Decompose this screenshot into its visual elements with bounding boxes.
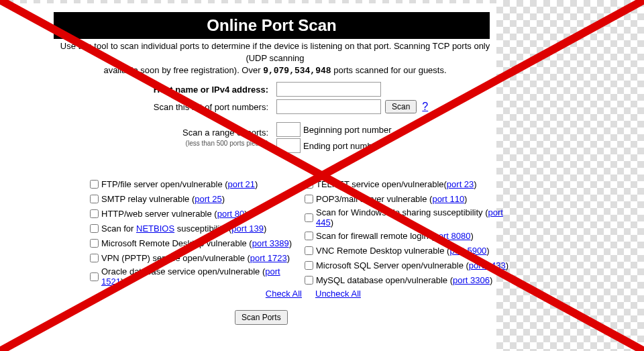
range-begin-label: Beginning port number (303, 125, 392, 135)
port-link[interactable]: port 3306 (453, 275, 490, 285)
range-end-label: Ending port number (303, 141, 380, 151)
port-check-item: Scan for Windows file sharing susceptibi… (302, 207, 517, 228)
port-link[interactable]: port 3389 (252, 238, 289, 248)
port-link[interactable]: NETBIOS (136, 223, 174, 234)
intro-text: Use this tool to scan individual ports t… (54, 40, 496, 78)
port-checkbox[interactable] (305, 276, 313, 285)
range-label: Scan a range of ports: (182, 128, 268, 138)
check-all-link[interactable]: Check All (266, 289, 302, 299)
port-checkbox[interactable] (305, 246, 313, 255)
port-check-item: SMTP relay vulnerable (port 25) (87, 193, 302, 205)
help-link[interactable]: ? (422, 101, 428, 113)
port-checkbox[interactable] (305, 195, 313, 203)
port-checkbox[interactable] (305, 180, 313, 189)
port-check-item: Oracle database service open/vulnerable … (87, 266, 302, 287)
port-link[interactable]: port 445 (316, 207, 503, 228)
port-check-item: Microsoft SQL Server open/vulnerable (po… (302, 259, 517, 272)
port-link[interactable]: port 1521 (101, 266, 280, 287)
range-begin-input[interactable] (276, 122, 301, 137)
port-link[interactable]: port 25 (195, 194, 221, 204)
page-title: Online Port Scan (54, 12, 490, 39)
port-checkbox[interactable] (90, 254, 99, 262)
portlist-label: Scan this list of port numbers: (54, 102, 276, 112)
port-checkboxes: FTP/file server open/vulnerable (port 21… (87, 176, 517, 289)
scan-ports-button[interactable]: Scan Ports (235, 310, 288, 325)
port-check-item: Scan for firewall remote login (port 808… (302, 230, 517, 242)
port-link[interactable]: port 8080 (434, 231, 471, 241)
port-checkbox[interactable] (90, 272, 99, 281)
port-link[interactable]: port 23 (447, 179, 474, 189)
port-checkbox[interactable] (90, 239, 99, 248)
port-link[interactable]: port 80 (217, 209, 244, 219)
port-checkbox[interactable] (305, 261, 313, 270)
port-link[interactable]: port 139 (231, 223, 264, 234)
port-check-item: HTTP/web server vulnerable (port 80) (87, 207, 302, 220)
port-check-item: MySQL database open/vulnerable (port 330… (302, 274, 517, 287)
port-check-item: POP3/mail server vulnerable (port 110) (302, 193, 517, 205)
host-label: Host name or IPv4 address: (154, 85, 268, 95)
port-link[interactable]: port 1433 (469, 260, 506, 270)
port-checkbox[interactable] (90, 209, 99, 218)
port-check-item: VPN (PPTP) service open/vulnerable (port… (87, 252, 302, 264)
port-check-item: Scan for NETBIOS susceptibility (port 13… (87, 222, 302, 235)
port-link[interactable]: port 1723 (250, 253, 287, 263)
scan-form: Host name or IPv4 address: Scan this lis… (54, 79, 496, 156)
scan-button-top[interactable]: Scan (385, 100, 417, 113)
port-link[interactable]: port 5900 (449, 246, 486, 256)
port-checkbox[interactable] (90, 195, 99, 203)
uncheck-all-link[interactable]: Uncheck All (315, 289, 361, 299)
host-input[interactable] (276, 82, 381, 97)
check-links: Check All Uncheck All (87, 289, 517, 299)
port-link[interactable]: port 21 (228, 179, 255, 189)
port-checkbox[interactable] (305, 232, 313, 240)
port-check-item: FTP/file server open/vulnerable (port 21… (87, 178, 302, 191)
range-hint: (less than 500 ports please) (186, 140, 268, 147)
port-checkbox[interactable] (90, 224, 99, 233)
range-end-input[interactable] (276, 138, 301, 153)
port-check-item: Microsoft Remote Desktop vulnerable (por… (87, 237, 302, 250)
portlist-input[interactable] (276, 99, 381, 114)
port-check-item: TELNET service open/vulnerable(port 23) (302, 178, 517, 191)
port-link[interactable]: port 110 (432, 194, 464, 204)
port-checkbox[interactable] (305, 213, 313, 222)
port-check-item: VNC Remote Desktop vulnerable (port 5900… (302, 244, 517, 257)
port-checkbox[interactable] (90, 180, 99, 189)
